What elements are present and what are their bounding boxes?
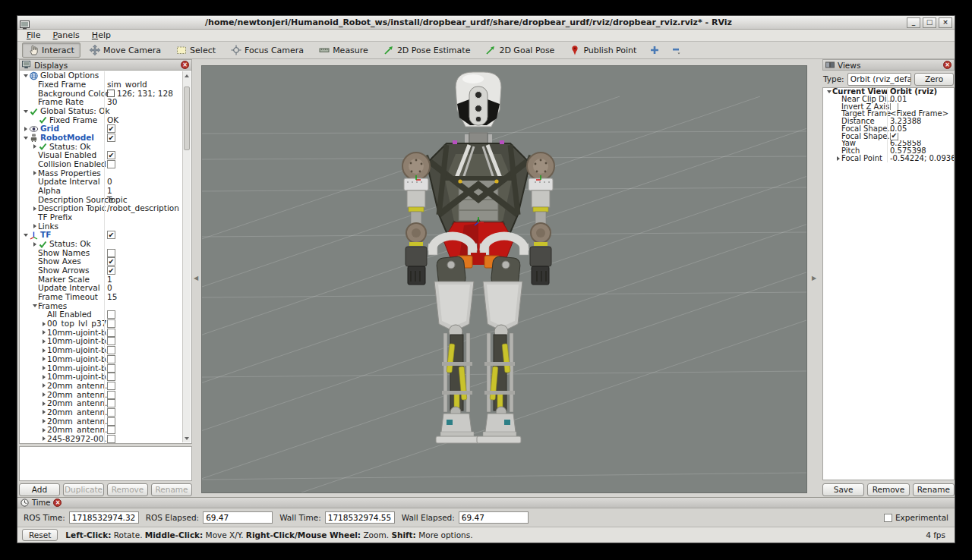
- displays-close-icon[interactable]: ×: [181, 61, 189, 69]
- color-swatch[interactable]: [107, 90, 115, 97]
- property-value[interactable]: [104, 426, 182, 435]
- views-panel-header[interactable]: Views ×: [822, 59, 955, 71]
- expander-icon[interactable]: [835, 156, 841, 161]
- property-value[interactable]: [104, 151, 182, 160]
- checkbox[interactable]: [890, 133, 898, 140]
- property-value[interactable]: [104, 240, 182, 249]
- property-value[interactable]: [104, 310, 182, 319]
- tree-row[interactable]: 20mm_antenn...: [20, 382, 182, 391]
- tree-row[interactable]: 10mm-ujoint-b...: [20, 373, 182, 382]
- property-value[interactable]: [104, 107, 182, 116]
- property-value[interactable]: [104, 399, 182, 408]
- tree-row[interactable]: Status: Ok: [20, 142, 182, 151]
- property-value[interactable]: [104, 168, 182, 178]
- add-tool-button[interactable]: [645, 42, 664, 58]
- property-value[interactable]: [104, 266, 182, 275]
- tree-row[interactable]: Marker Scale1: [20, 275, 182, 284]
- tree-row[interactable]: 10mm-ujoint-b...: [20, 346, 182, 355]
- property-value[interactable]: [887, 103, 954, 111]
- expander-icon[interactable]: [22, 74, 29, 77]
- experimental-checkbox[interactable]: [884, 514, 892, 522]
- property-value[interactable]: [104, 408, 182, 417]
- checkbox[interactable]: [107, 373, 115, 381]
- checkbox[interactable]: [107, 399, 115, 407]
- property-value[interactable]: [104, 124, 182, 134]
- property-value[interactable]: [104, 390, 182, 399]
- tree-row[interactable]: Fixed FrameOK: [20, 115, 182, 124]
- checkbox[interactable]: [890, 103, 898, 111]
- expander-icon[interactable]: [40, 348, 47, 353]
- expander-icon[interactable]: [40, 339, 47, 344]
- expander-icon[interactable]: [22, 127, 29, 131]
- property-value[interactable]: [104, 134, 182, 143]
- tree-row[interactable]: 10mm-ujoint-b...: [20, 355, 182, 364]
- checkbox[interactable]: [107, 435, 115, 443]
- tree-row[interactable]: TF: [20, 231, 182, 240]
- tree-row[interactable]: 20mm_antenn...: [20, 399, 182, 408]
- tree-row[interactable]: Current ViewOrbit (rviz): [823, 88, 954, 96]
- measure-tool[interactable]: Measure: [313, 42, 374, 58]
- checkbox[interactable]: [107, 426, 115, 434]
- menu-help[interactable]: Help: [92, 30, 111, 40]
- property-value[interactable]: [104, 248, 182, 257]
- property-value[interactable]: 0.575398: [887, 147, 954, 155]
- tree-row[interactable]: Show Axes: [20, 257, 182, 266]
- checkbox[interactable]: [107, 160, 115, 168]
- checkbox[interactable]: [107, 231, 115, 239]
- property-value[interactable]: Topic: [104, 195, 182, 204]
- rename-button[interactable]: Rename: [913, 483, 955, 496]
- expander-icon[interactable]: [40, 419, 47, 423]
- checkbox[interactable]: [107, 364, 115, 373]
- expander-icon[interactable]: [40, 357, 47, 361]
- scroll-thumb[interactable]: [184, 87, 190, 150]
- property-value[interactable]: [104, 213, 182, 222]
- time-close-icon[interactable]: ×: [53, 499, 62, 507]
- property-value[interactable]: [104, 363, 182, 373]
- property-value[interactable]: [104, 257, 182, 266]
- tree-row[interactable]: Invert Z Axis: [823, 103, 954, 111]
- checkbox[interactable]: [107, 134, 115, 142]
- property-value[interactable]: 15: [104, 293, 182, 302]
- tree-row[interactable]: Pitch0.575398: [823, 147, 954, 155]
- property-value[interactable]: -0.54224; 0.09363...: [887, 155, 954, 162]
- zero-button[interactable]: Zero: [914, 73, 954, 86]
- expander-icon[interactable]: [40, 428, 47, 433]
- checkbox[interactable]: [107, 249, 115, 257]
- tree-row[interactable]: Links: [20, 222, 182, 231]
- property-value[interactable]: [104, 160, 182, 169]
- tree-row[interactable]: Description SourceTopic: [20, 195, 182, 204]
- tree-row[interactable]: Show Arrows: [20, 266, 182, 275]
- move-camera-tool[interactable]: Move Camera: [84, 42, 167, 58]
- property-value[interactable]: 6.25858: [887, 140, 954, 148]
- ros-time-input[interactable]: [69, 511, 139, 524]
- menu-panels[interactable]: Panels: [52, 30, 79, 40]
- checkbox[interactable]: [107, 310, 115, 319]
- tree-row[interactable]: 00_top_lvl_p37...: [20, 319, 182, 329]
- scroll-up-icon[interactable]: [183, 71, 191, 80]
- tree-row[interactable]: 10mm-ujoint-b...: [20, 328, 182, 337]
- checkbox[interactable]: [107, 337, 115, 345]
- tree-row[interactable]: Update Interval0: [20, 284, 182, 293]
- tree-row[interactable]: 10mm-ujoint-b...: [20, 337, 182, 346]
- tree-row[interactable]: Frame Timeout15: [20, 293, 182, 302]
- expander-icon[interactable]: [31, 242, 38, 247]
- expander-icon[interactable]: [40, 410, 47, 414]
- tree-row[interactable]: Alpha1: [20, 187, 182, 196]
- views-close-icon[interactable]: ×: [943, 61, 951, 69]
- tree-row[interactable]: 20mm_antenn...: [20, 417, 182, 426]
- expander-icon[interactable]: [825, 90, 832, 93]
- tree-row[interactable]: Mass Properties: [20, 168, 182, 178]
- tree-row[interactable]: Collision Enabled: [20, 160, 182, 169]
- property-value[interactable]: [104, 346, 182, 355]
- property-value[interactable]: [104, 222, 182, 231]
- wall-elapsed-input[interactable]: [459, 511, 529, 524]
- property-value[interactable]: [887, 133, 954, 140]
- tree-row[interactable]: Yaw6.25858: [823, 140, 954, 148]
- tree-row[interactable]: Update Interval0: [20, 178, 182, 187]
- checkbox[interactable]: [107, 319, 115, 328]
- close-button[interactable]: ×: [939, 17, 952, 28]
- tree-row[interactable]: 20mm_antenn...: [20, 426, 182, 435]
- property-value[interactable]: sim_world: [104, 80, 182, 90]
- wall-time-input[interactable]: [325, 511, 395, 524]
- select-tool[interactable]: Select: [170, 42, 222, 58]
